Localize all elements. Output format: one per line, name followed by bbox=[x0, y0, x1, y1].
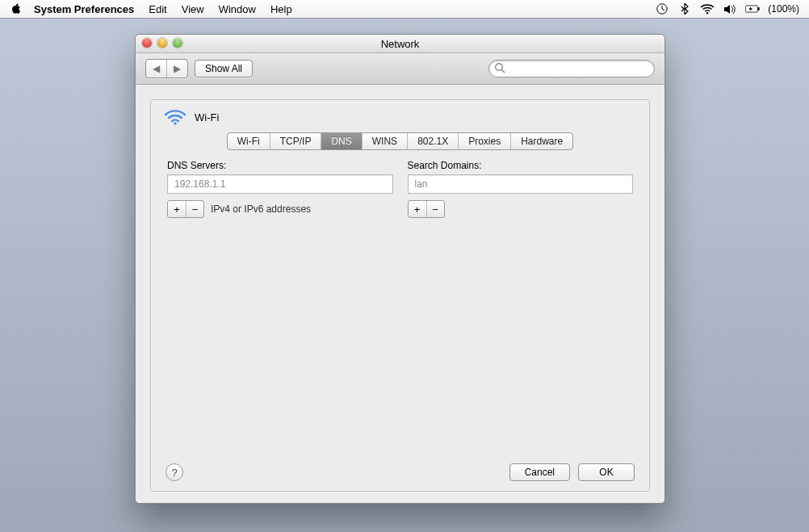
tab-tcpip[interactable]: TCP/IP bbox=[270, 133, 322, 149]
menu-window[interactable]: Window bbox=[219, 3, 256, 15]
svg-point-6 bbox=[174, 122, 177, 125]
menu-help[interactable]: Help bbox=[270, 3, 292, 15]
wifi-status-icon[interactable] bbox=[700, 3, 715, 15]
search-domains-label: Search Domains: bbox=[408, 160, 634, 171]
battery-icon[interactable] bbox=[745, 3, 760, 15]
minimize-window-button[interactable] bbox=[157, 38, 167, 48]
volume-icon[interactable] bbox=[723, 3, 737, 15]
search-icon bbox=[494, 62, 505, 76]
time-machine-icon[interactable] bbox=[655, 3, 669, 15]
svg-rect-3 bbox=[758, 7, 760, 10]
tab-hardware[interactable]: Hardware bbox=[511, 133, 572, 149]
toolbar-search bbox=[488, 60, 655, 77]
app-menu[interactable]: System Preferences bbox=[34, 3, 134, 15]
help-button[interactable]: ? bbox=[166, 463, 183, 481]
remove-search-domain-button[interactable]: − bbox=[426, 201, 444, 217]
window-titlebar[interactable]: Network bbox=[136, 35, 664, 53]
window-toolbar: ◀ ▶ Show All bbox=[136, 53, 664, 85]
tab-8021x[interactable]: 802.1X bbox=[408, 133, 459, 149]
remove-dns-server-button[interactable]: − bbox=[186, 201, 203, 217]
zoom-window-button[interactable] bbox=[173, 38, 182, 48]
back-button[interactable]: ◀ bbox=[146, 60, 166, 77]
svg-line-5 bbox=[501, 69, 505, 73]
wifi-advanced-sheet: Wi-Fi Wi-Fi TCP/IP DNS WINS 802.1X Proxi… bbox=[150, 99, 650, 492]
connection-name: Wi-Fi bbox=[195, 111, 219, 124]
menu-view[interactable]: View bbox=[182, 3, 204, 15]
search-domain-row[interactable]: lan bbox=[409, 175, 633, 193]
tab-wifi[interactable]: Wi-Fi bbox=[228, 133, 270, 149]
svg-point-4 bbox=[496, 64, 503, 71]
window-title: Network bbox=[381, 38, 420, 50]
advanced-tabs: Wi-Fi TCP/IP DNS WINS 802.1X Proxies Har… bbox=[227, 132, 573, 150]
forward-button[interactable]: ▶ bbox=[166, 60, 187, 77]
add-search-domain-button[interactable]: + bbox=[409, 201, 426, 217]
tab-wins[interactable]: WINS bbox=[363, 133, 408, 149]
battery-percent: (100%) bbox=[768, 3, 799, 15]
bluetooth-icon[interactable] bbox=[677, 3, 692, 15]
preferences-window: Network ◀ ▶ Show All Wi-Fi Wi-F bbox=[135, 34, 665, 504]
wifi-icon bbox=[164, 108, 187, 126]
search-input[interactable] bbox=[488, 60, 655, 77]
dns-servers-list[interactable]: 192.168.1.1 bbox=[167, 174, 393, 194]
show-all-button[interactable]: Show All bbox=[195, 60, 253, 77]
close-window-button[interactable] bbox=[142, 38, 152, 48]
cancel-button[interactable]: Cancel bbox=[509, 463, 570, 481]
add-dns-server-button[interactable]: + bbox=[168, 201, 186, 217]
tab-proxies[interactable]: Proxies bbox=[459, 133, 511, 149]
dns-servers-hint: IPv4 or IPv6 addresses bbox=[211, 203, 311, 215]
ok-button[interactable]: OK bbox=[578, 463, 635, 481]
dns-servers-label: DNS Servers: bbox=[167, 160, 393, 171]
menu-edit[interactable]: Edit bbox=[149, 3, 166, 15]
apple-menu[interactable] bbox=[11, 3, 23, 15]
dns-server-row[interactable]: 192.168.1.1 bbox=[168, 175, 392, 193]
menu-bar: System Preferences Edit View Window Help… bbox=[0, 0, 809, 19]
tab-dns[interactable]: DNS bbox=[321, 133, 362, 149]
search-domains-list[interactable]: lan bbox=[408, 174, 634, 194]
nav-segment: ◀ ▶ bbox=[145, 59, 188, 78]
svg-point-1 bbox=[706, 12, 708, 14]
